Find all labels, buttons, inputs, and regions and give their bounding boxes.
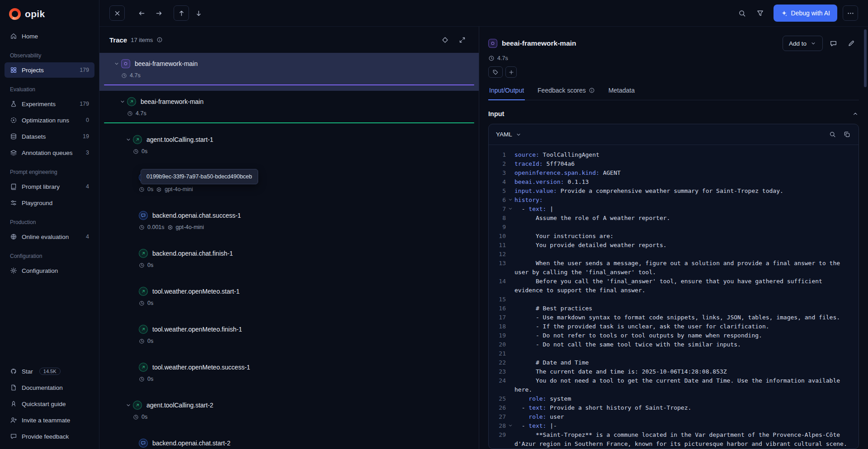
search-button[interactable] [735, 5, 750, 21]
sidebar-item-invite-a-teammate[interactable]: Invite a teammate [5, 412, 94, 428]
code-line-content: You do not need a tool to get the curren… [514, 376, 851, 394]
sidebar-item-optimization-runs[interactable]: Optimization runs0 [5, 112, 94, 128]
tab-metadata[interactable]: Metadata [608, 87, 636, 100]
chevron-down-icon[interactable] [124, 135, 133, 144]
filter-button[interactable] [753, 5, 768, 21]
code-line-content: You provide detailed weather reports. [514, 241, 851, 250]
code-line-content: Your instructions are: [514, 232, 851, 241]
home-icon [10, 33, 17, 40]
trace-tree-row[interactable]: tool.weather.openMeteo.finish-10s [99, 318, 479, 356]
focus-selected-button[interactable] [438, 33, 452, 47]
chevron-down-icon[interactable] [118, 97, 127, 106]
trace-tree-row[interactable]: 0sgpt-4o-mini0199b9ec-33f9-7a97-ba50-bde… [99, 167, 479, 205]
span-duration: 0s [147, 338, 153, 344]
sidebar-item-online-evaluation[interactable]: Online evaluation4 [5, 229, 94, 244]
close-button[interactable] [109, 5, 125, 21]
trace-tree-row[interactable]: agent.toolCalling.start-10s [99, 129, 479, 167]
sidebar-item-provide-feedback[interactable]: Provide feedback [5, 429, 94, 444]
sidebar-item-projects[interactable]: Projects179 [5, 62, 94, 78]
span-name: tool.weather.openMeteo.start-1 [152, 288, 240, 295]
span-name: beeai-framework-main [141, 98, 203, 105]
chevron-down-icon[interactable] [112, 59, 121, 68]
prev-trace-button[interactable] [174, 5, 189, 21]
sidebar-section-label: Configuration [0, 245, 99, 262]
edit-button[interactable] [844, 36, 859, 51]
sidebar-item-playground[interactable]: Playground [5, 195, 94, 210]
sidebar-item-datasets[interactable]: Datasets19 [5, 129, 94, 144]
span-name: agent.toolCalling.start-1 [146, 136, 213, 143]
chevron-spacer [130, 211, 139, 220]
sidebar-item-experiments[interactable]: Experiments179 [5, 96, 94, 112]
span-icon [139, 287, 148, 296]
fold-chevron-icon[interactable] [506, 205, 514, 211]
tab-feedback-scores[interactable]: Feedback scores [537, 87, 596, 100]
line-number: 13 [492, 259, 506, 268]
sidebar-item-star[interactable]: Star14.5K [5, 364, 94, 379]
span-icon [139, 325, 148, 334]
copy-button[interactable] [840, 128, 853, 141]
forward-button[interactable] [151, 5, 166, 21]
fold-spacer [506, 223, 514, 224]
trace-header: Trace 17 items [99, 27, 479, 53]
add-tag-button[interactable] [488, 66, 503, 78]
sidebar-item-home[interactable]: Home [5, 28, 94, 44]
trace-tree-row[interactable]: tool.weather.openMeteo.start-10s [99, 281, 479, 318]
code-line: 27 role: user [492, 412, 851, 421]
add-button[interactable] [505, 66, 517, 78]
detail-panel: beeai-framework-main Add to 4.7s [479, 27, 868, 449]
trace-tree-row[interactable]: agent.toolCalling.start-20s [99, 394, 479, 432]
trace-tree-row[interactable]: backend.openai.chat.success-10.001sgpt-4… [99, 205, 479, 243]
clock-icon [139, 224, 145, 230]
fold-spacer [506, 340, 514, 341]
clock-icon [133, 149, 139, 154]
more-menu-button[interactable] [843, 5, 858, 21]
debug-with-ai-button[interactable]: Debug with AI [774, 5, 837, 22]
fold-spacer [506, 250, 514, 251]
span-meta: 0s [139, 300, 479, 306]
tab-input-output[interactable]: Input/Output [488, 87, 525, 100]
sidebar-item-prompt-library[interactable]: Prompt library4 [5, 179, 94, 194]
input-section-header[interactable]: Input [488, 110, 859, 117]
line-number: 22 [492, 358, 506, 367]
code-editor[interactable]: 1source: ToolCallingAgent2traceId: 5ff70… [489, 145, 859, 449]
fold-chevron-icon[interactable] [506, 421, 514, 428]
fold-spacer [506, 159, 514, 161]
scrollbar[interactable] [864, 29, 867, 87]
trace-tree: beeai-framework-main4.7sbeeai-framework-… [99, 53, 479, 449]
line-number: 25 [492, 394, 506, 403]
opik-logo[interactable]: opik [0, 0, 99, 28]
chat-icon [10, 433, 17, 440]
code-search-button[interactable] [826, 128, 839, 141]
sidebar-item-label: Documentation [22, 384, 63, 391]
trace-tree-row[interactable]: beeai-framework-main4.7s [99, 91, 479, 129]
sidebar-item-label: Home [22, 33, 89, 40]
code-line: 13 When the user sends a message, figure… [492, 259, 851, 277]
span-row-body: tool.weather.openMeteo.success-10s [139, 363, 479, 382]
expand-all-button[interactable] [455, 33, 469, 47]
span-row-body: tool.weather.openMeteo.finish-10s [139, 325, 479, 344]
sidebar-item-annotation-queues[interactable]: Annotation queues3 [5, 145, 94, 160]
next-trace-button[interactable] [191, 5, 206, 21]
span-icon [139, 363, 148, 372]
chevron-down-icon[interactable] [124, 401, 133, 410]
trace-tree-row[interactable]: tool.weather.openMeteo.success-10s [99, 356, 479, 394]
sidebar-item-configuration[interactable]: Configuration [5, 263, 94, 278]
format-select[interactable]: YAML [494, 131, 524, 138]
fold-spacer [506, 178, 514, 179]
sidebar-item-documentation[interactable]: Documentation [5, 380, 94, 395]
comments-button[interactable] [826, 36, 841, 51]
tab-label: Metadata [609, 87, 635, 94]
sidebar-item-quickstart-guide[interactable]: Quickstart guide [5, 396, 94, 412]
trace-tree-row[interactable]: backend.openai.chat.start-2 [99, 432, 479, 449]
sidebar-section-label: Observability [0, 44, 99, 62]
llm-icon [139, 211, 148, 220]
fold-chevron-icon[interactable] [506, 196, 514, 202]
sidebar-nav: HomeObservabilityProjects179EvaluationEx… [0, 28, 99, 279]
trace-tree-row[interactable]: beeai-framework-main4.7s [99, 53, 479, 91]
back-button[interactable] [134, 5, 149, 21]
trace-tree-row[interactable]: backend.openai.chat.finish-10s [99, 243, 479, 281]
add-to-button[interactable]: Add to [783, 36, 823, 51]
line-number: 26 [492, 403, 506, 412]
code-line-content: - Use markdown syntax to format code sni… [514, 313, 851, 322]
history-nav [134, 5, 166, 21]
